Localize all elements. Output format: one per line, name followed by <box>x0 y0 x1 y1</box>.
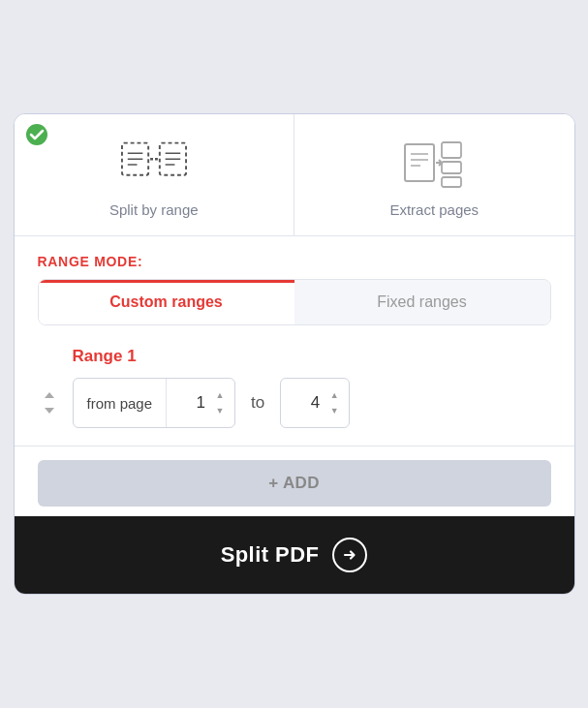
drag-handle[interactable] <box>38 391 61 415</box>
extract-pages-label: Extract pages <box>389 201 479 218</box>
split-pdf-label: Split PDF <box>221 542 320 568</box>
svg-marker-19 <box>45 408 54 414</box>
add-button-area: + ADD <box>15 446 574 516</box>
tab-fixed-ranges[interactable]: Fixed ranges <box>294 280 550 324</box>
extract-pages-icon <box>400 136 468 194</box>
tab-custom-ranges[interactable]: Custom ranges <box>39 280 294 324</box>
from-page-label: from page <box>74 379 168 427</box>
to-value: 4 <box>293 393 325 413</box>
from-spin-buttons: ▲ ▼ <box>211 388 229 417</box>
active-checkmark <box>26 124 47 145</box>
main-card: Split by range Extra <box>14 113 575 595</box>
range-section: Range 1 from page 1 ▲ ▼ <box>38 347 551 446</box>
card-body: RANGE MODE: Custom ranges Fixed ranges R… <box>15 236 574 446</box>
to-spin-down[interactable]: ▼ <box>325 404 343 417</box>
add-range-button[interactable]: + ADD <box>38 460 551 507</box>
svg-marker-18 <box>45 392 54 398</box>
tab-bar: Custom ranges Fixed ranges <box>38 279 551 325</box>
mode-split-by-range[interactable]: Split by range <box>15 114 295 235</box>
mode-extract-pages[interactable]: Extract pages <box>294 114 574 235</box>
range-mode-label: RANGE MODE: <box>38 254 551 269</box>
split-arrow-icon <box>332 538 367 572</box>
svg-rect-15 <box>442 162 461 173</box>
to-spin-buttons: ▲ ▼ <box>325 388 343 417</box>
from-page-input-box: from page 1 ▲ ▼ <box>73 378 236 428</box>
split-by-range-icon <box>120 136 188 194</box>
mode-selector: Split by range Extra <box>15 114 574 236</box>
from-value: 1 <box>178 393 211 413</box>
range-row: from page 1 ▲ ▼ to 4 <box>38 378 551 428</box>
split-by-range-label: Split by range <box>109 201 199 218</box>
to-value-area: 4 ▲ ▼ <box>281 388 349 417</box>
range-title: Range 1 <box>73 347 551 366</box>
from-value-area: 1 ▲ ▼ <box>167 388 234 417</box>
svg-rect-10 <box>405 144 434 181</box>
from-spin-up[interactable]: ▲ <box>211 388 229 402</box>
svg-rect-14 <box>442 142 461 158</box>
from-spin-down[interactable]: ▼ <box>211 404 229 417</box>
to-label: to <box>247 393 268 413</box>
split-pdf-bar[interactable]: Split PDF <box>15 516 574 594</box>
svg-point-0 <box>26 124 47 145</box>
svg-rect-16 <box>442 177 461 187</box>
to-page-input-box: 4 ▲ ▼ <box>280 378 350 428</box>
to-spin-up[interactable]: ▲ <box>325 388 343 402</box>
